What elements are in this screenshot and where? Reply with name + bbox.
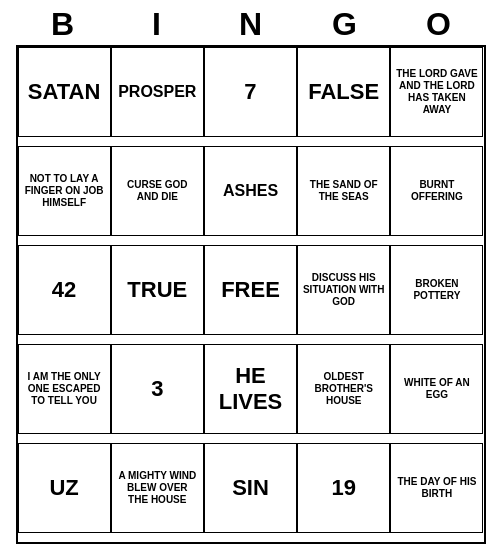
- letter-g: G: [305, 6, 385, 43]
- bingo-cell-22: SIN: [204, 443, 297, 533]
- letter-o: O: [399, 6, 479, 43]
- bingo-cell-17: HE LIVES: [204, 344, 297, 434]
- bingo-cell-13: DISCUSS HIS SITUATION WITH GOD: [297, 245, 390, 335]
- bingo-cell-1: PROSPER: [111, 47, 204, 137]
- bingo-grid: SATANPROSPER7FALSETHE LORD GAVE AND THE …: [16, 45, 486, 544]
- bingo-cell-3: FALSE: [297, 47, 390, 137]
- bingo-cell-15: I AM THE ONLY ONE ESCAPED TO TELL YOU: [18, 344, 111, 434]
- bingo-cell-2: 7: [204, 47, 297, 137]
- bingo-cell-14: BROKEN POTTERY: [390, 245, 483, 335]
- bingo-cell-24: THE DAY OF HIS BIRTH: [390, 443, 483, 533]
- bingo-cell-5: NOT TO LAY A FINGER ON JOB HIMSELF: [18, 146, 111, 236]
- letter-i: I: [117, 6, 197, 43]
- bingo-cell-10: 42: [18, 245, 111, 335]
- bingo-cell-6: CURSE GOD AND DIE: [111, 146, 204, 236]
- bingo-cell-18: OLDEST BROTHER'S HOUSE: [297, 344, 390, 434]
- bingo-cell-0: SATAN: [18, 47, 111, 137]
- bingo-cell-8: THE SAND OF THE SEAS: [297, 146, 390, 236]
- bingo-cell-7: ASHES: [204, 146, 297, 236]
- letter-b: B: [23, 6, 103, 43]
- bingo-cell-16: 3: [111, 344, 204, 434]
- bingo-cell-12: FREE: [204, 245, 297, 335]
- bingo-cell-11: TRUE: [111, 245, 204, 335]
- bingo-cell-4: THE LORD GAVE AND THE LORD HAS TAKEN AWA…: [390, 47, 483, 137]
- bingo-cell-21: A MIGHTY WIND BLEW OVER THE HOUSE: [111, 443, 204, 533]
- letter-n: N: [211, 6, 291, 43]
- bingo-cell-23: 19: [297, 443, 390, 533]
- bingo-header: B I N G O: [16, 0, 486, 45]
- bingo-cell-9: BURNT OFFERING: [390, 146, 483, 236]
- bingo-cell-20: UZ: [18, 443, 111, 533]
- bingo-cell-19: WHITE OF AN EGG: [390, 344, 483, 434]
